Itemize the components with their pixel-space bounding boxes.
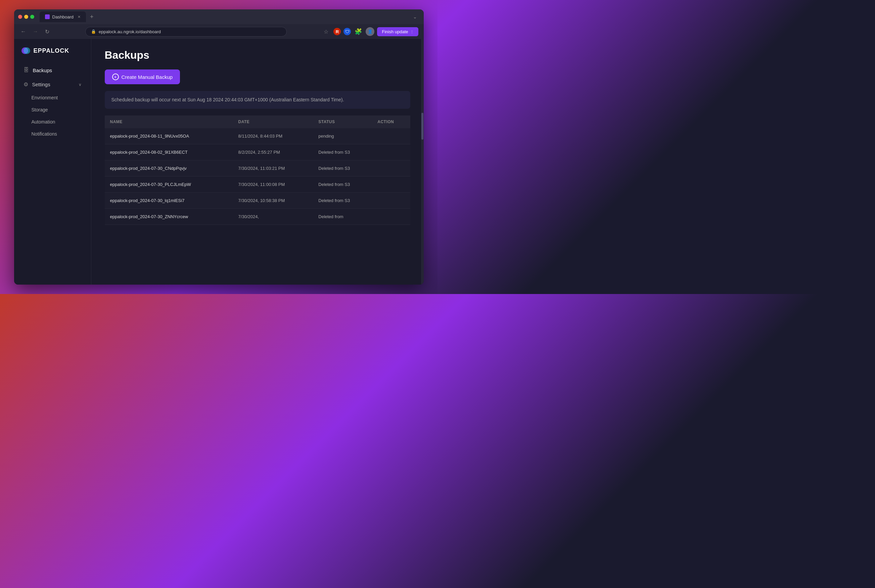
table-row: eppalock-prod_2024-07-30_PLCJLmEpW 7/30/…: [105, 177, 410, 193]
url-text: eppalock.au.ngrok.io/dashboard: [99, 29, 281, 34]
cell-name: eppalock-prod_2024-08-02_9l1XB6ECT: [105, 144, 233, 160]
page-content: Backups + Create Manual Backup Scheduled…: [92, 39, 424, 285]
active-tab[interactable]: Dashboard ✕: [40, 11, 86, 22]
sidebar-item-notifications[interactable]: Notifications: [14, 129, 91, 139]
table-row: eppalock-prod_2024-08-02_9l1XB6ECT 8/2/2…: [105, 144, 410, 160]
logo-text: EPPALOCK: [34, 47, 69, 54]
cell-date: 7/30/2024, 11:00:08 PM: [233, 177, 313, 193]
scrollbar-thumb[interactable]: [422, 113, 423, 140]
create-manual-backup-button[interactable]: + Create Manual Backup: [105, 69, 180, 84]
reload-button[interactable]: ↻: [44, 27, 51, 36]
sidebar-item-settings-label: Settings: [32, 81, 75, 87]
cell-status: Deleted from S3: [313, 177, 372, 193]
finish-update-chevron: ⋮: [410, 30, 414, 33]
settings-icon: ⚙: [24, 81, 28, 88]
col-action: ACTION: [372, 116, 410, 128]
sidebar: EPPALOCK 🗄 Backups ⚙ Settings ∨ Envrionm…: [14, 39, 92, 285]
browser-window: Dashboard ✕ + ⌄ ← → ↻ 🔒 eppalock.au.ngro…: [14, 9, 424, 285]
secure-icon: 🔒: [91, 29, 96, 34]
close-button[interactable]: [18, 15, 22, 19]
cell-status: Deleted from S3: [313, 160, 372, 177]
cell-name: eppalock-prod_2024-07-30_PLCJLmEpW: [105, 177, 233, 193]
table-row: eppalock-prod_2024-07-30_CNdpPqvjv 7/30/…: [105, 160, 410, 177]
cell-date: 7/30/2024, 10:58:38 PM: [233, 193, 313, 209]
finish-update-label: Finish update: [382, 29, 408, 34]
svg-point-1: [24, 47, 30, 54]
main-content: EPPALOCK 🗄 Backups ⚙ Settings ∨ Envrionm…: [14, 39, 424, 285]
col-date: DATE: [233, 116, 313, 128]
logo-area: EPPALOCK: [14, 46, 91, 62]
traffic-lights: [18, 15, 34, 19]
extension-red-icon[interactable]: R: [333, 28, 341, 35]
cell-action: [372, 160, 410, 177]
profile-avatar[interactable]: 👤: [366, 27, 374, 36]
nav-right: ☆ R 🛡 🧩 👤 Finish update ⋮: [321, 27, 418, 36]
cell-date: 8/2/2024, 2:55:27 PM: [233, 144, 313, 160]
table-row: eppalock-prod_2024-07-30_ZNNYcrcew 7/30/…: [105, 209, 410, 225]
finish-update-button[interactable]: Finish update ⋮: [377, 27, 418, 36]
new-tab-button[interactable]: +: [87, 12, 96, 22]
back-button[interactable]: ←: [20, 27, 27, 36]
table-body: eppalock-prod_2024-08-11_9NUvx05OA 8/11/…: [105, 128, 410, 225]
page-title: Backups: [105, 49, 410, 62]
cell-date: 7/30/2024,: [233, 209, 313, 225]
chevron-down-icon[interactable]: ⌄: [410, 12, 420, 21]
cell-status: pending: [313, 128, 372, 144]
cell-action: [372, 128, 410, 144]
table-row: eppalock-prod_2024-07-30_lq1mlESi7 7/30/…: [105, 193, 410, 209]
sidebar-item-settings[interactable]: ⚙ Settings ∨: [17, 78, 88, 91]
tab-close-icon[interactable]: ✕: [78, 15, 81, 19]
cell-action: [372, 209, 410, 225]
sidebar-item-backups[interactable]: 🗄 Backups: [17, 64, 88, 76]
cell-action: [372, 193, 410, 209]
cell-name: eppalock-prod_2024-07-30_ZNNYcrcew: [105, 209, 233, 225]
tab-favicon: [45, 14, 50, 19]
environment-label: Envrionment: [32, 95, 58, 100]
cell-action: [372, 177, 410, 193]
title-bar: Dashboard ✕ + ⌄: [14, 9, 424, 24]
cell-name: eppalock-prod_2024-07-30_CNdpPqvjv: [105, 160, 233, 177]
maximize-button[interactable]: [30, 15, 34, 19]
table-header: NAME DATE STATUS ACTION: [105, 116, 410, 128]
tab-label: Dashboard: [53, 14, 74, 20]
sidebar-item-automation[interactable]: Automation: [14, 117, 91, 127]
scrollbar-track[interactable]: [421, 39, 424, 285]
tab-area: Dashboard ✕ +: [40, 11, 408, 22]
cell-name: eppalock-prod_2024-07-30_lq1mlESi7: [105, 193, 233, 209]
url-bar[interactable]: 🔒 eppalock.au.ngrok.io/dashboard: [85, 27, 287, 37]
backups-icon: 🗄: [24, 67, 29, 73]
sidebar-item-storage[interactable]: Storage: [14, 104, 91, 115]
plus-circle-icon: +: [112, 74, 119, 80]
forward-button[interactable]: →: [32, 27, 40, 36]
info-message: Scheduled backup will occur next at Sun …: [111, 97, 344, 102]
sidebar-item-backups-label: Backups: [33, 68, 82, 73]
notifications-label: Notifications: [32, 131, 57, 136]
create-backup-label: Create Manual Backup: [122, 74, 173, 80]
cell-status: Deleted from: [313, 209, 372, 225]
minimize-button[interactable]: [24, 15, 28, 19]
extension-shield-icon[interactable]: 🛡: [344, 28, 351, 35]
extensions-icon[interactable]: 🧩: [354, 27, 363, 36]
settings-chevron-icon: ∨: [78, 82, 82, 87]
table-row: eppalock-prod_2024-08-11_9NUvx05OA 8/11/…: [105, 128, 410, 144]
cell-status: Deleted from S3: [313, 144, 372, 160]
storage-label: Storage: [32, 107, 48, 112]
col-name: NAME: [105, 116, 233, 128]
scheduled-backup-info: Scheduled backup will occur next at Sun …: [105, 91, 410, 109]
cell-status: Deleted from S3: [313, 193, 372, 209]
backup-table: NAME DATE STATUS ACTION eppalock-prod_20…: [105, 116, 410, 225]
cell-date: 8/11/2024, 8:44:03 PM: [233, 128, 313, 144]
logo-icon: [21, 46, 31, 56]
star-icon[interactable]: ☆: [321, 27, 331, 36]
automation-label: Automation: [32, 119, 56, 124]
cell-date: 7/30/2024, 11:03:21 PM: [233, 160, 313, 177]
nav-bar: ← → ↻ 🔒 eppalock.au.ngrok.io/dashboard ☆…: [14, 24, 424, 39]
cell-name: eppalock-prod_2024-08-11_9NUvx05OA: [105, 128, 233, 144]
col-status: STATUS: [313, 116, 372, 128]
sidebar-item-environment[interactable]: Envrionment: [14, 92, 91, 103]
cell-action: [372, 144, 410, 160]
